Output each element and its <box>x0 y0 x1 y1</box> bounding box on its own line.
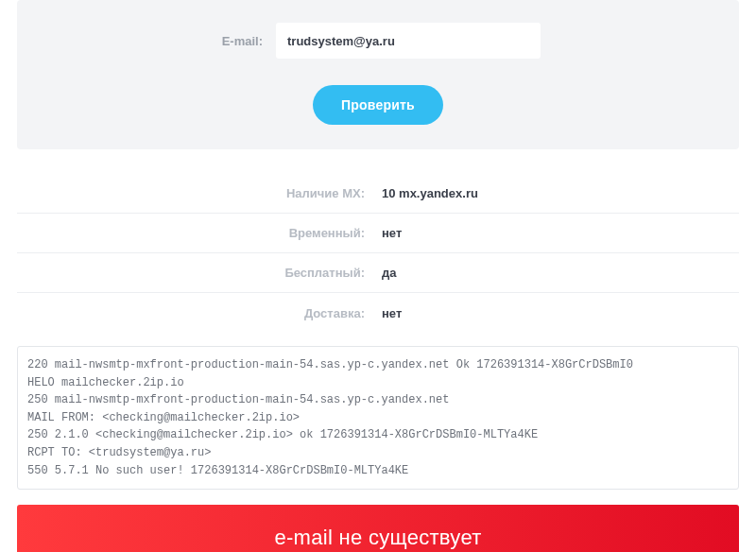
result-row-mx: Наличие MX: 10 mx.yandex.ru <box>17 174 739 214</box>
result-value: 10 mx.yandex.ru <box>378 186 739 200</box>
result-row-free: Бесплатный: да <box>17 253 739 293</box>
result-value: да <box>378 266 739 280</box>
button-row: Проверить <box>40 85 716 125</box>
email-check-form: E-mail: Проверить <box>17 0 739 149</box>
result-value: нет <box>378 226 739 240</box>
result-value: нет <box>378 306 739 320</box>
status-message: e-mail не существует <box>274 526 481 550</box>
result-label: Временный: <box>17 226 378 240</box>
email-row: E-mail: <box>40 23 716 59</box>
result-label: Доставка: <box>17 306 378 320</box>
result-label: Наличие MX: <box>17 186 378 200</box>
check-button[interactable]: Проверить <box>313 85 443 125</box>
email-field[interactable] <box>276 23 541 59</box>
result-label: Бесплатный: <box>17 266 378 280</box>
result-row-delivery: Доставка: нет <box>17 293 739 333</box>
smtp-log: 220 mail-nwsmtp-mxfront-production-main-… <box>17 346 739 490</box>
result-row-temporary: Временный: нет <box>17 214 739 253</box>
email-label: E-mail: <box>215 34 263 48</box>
status-banner: e-mail не существует <box>17 505 739 552</box>
results-table: Наличие MX: 10 mx.yandex.ru Временный: н… <box>17 174 739 333</box>
